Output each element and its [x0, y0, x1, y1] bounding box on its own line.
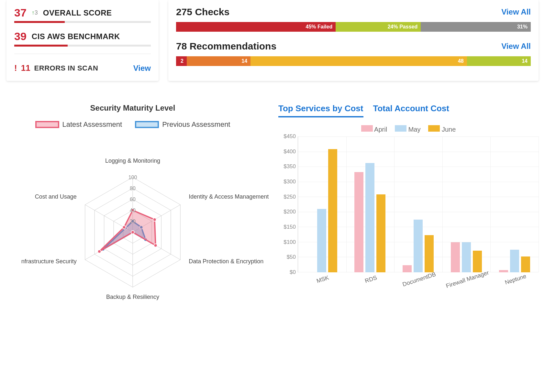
- y-tick: $350: [284, 163, 296, 170]
- bar[interactable]: [462, 242, 471, 272]
- svg-point-23: [98, 250, 101, 253]
- y-tick: $250: [284, 194, 296, 200]
- radar-panel: Security Maturity Level Latest Assessmen…: [6, 103, 259, 310]
- bar-legend-item[interactable]: April: [361, 125, 387, 133]
- bar-group: DocumentDB: [394, 136, 442, 272]
- checks-bar: 45% Failed24% Passed31%: [176, 22, 531, 32]
- bar-legend: April May June: [278, 125, 539, 133]
- bar-segment[interactable]: 14: [467, 56, 531, 66]
- x-label: Neptune: [504, 273, 527, 286]
- bar[interactable]: [365, 163, 374, 272]
- errors-view-link[interactable]: View: [133, 64, 151, 73]
- radar-axis-label: nfrastructure Security: [21, 258, 77, 265]
- cost-panel: Top Services by Cost Total Account Cost …: [278, 103, 539, 310]
- bar-group: MSK: [298, 136, 346, 272]
- bar[interactable]: [473, 251, 482, 272]
- svg-point-22: [131, 231, 134, 234]
- cis-score-label: CIS AWS BENCHMARK: [32, 32, 120, 41]
- bar-chart: $0$50$100$150$200$250$300$350$400$450 MS…: [278, 136, 539, 292]
- bar[interactable]: [521, 256, 530, 272]
- bar-group: Firewall Manager: [442, 136, 490, 272]
- bar[interactable]: [376, 194, 385, 272]
- bar-segment[interactable]: 45% Failed: [176, 22, 336, 32]
- bar[interactable]: [414, 220, 423, 272]
- radar-title: Security Maturity Level: [6, 103, 259, 113]
- radar-scale-label: 20: [130, 219, 136, 224]
- y-tick: $200: [284, 209, 296, 215]
- radar-scale-label: 60: [130, 197, 136, 202]
- checks-title: 275 Checks: [176, 6, 229, 17]
- x-label: RDS: [364, 274, 378, 285]
- svg-point-21: [154, 244, 157, 247]
- overall-progress: [14, 21, 151, 23]
- tab-total-cost[interactable]: Total Account Cost: [373, 103, 449, 117]
- arrow-up-icon: ↑: [32, 9, 35, 16]
- bar[interactable]: [499, 270, 508, 272]
- bar-segment[interactable]: 2: [176, 56, 187, 66]
- svg-point-20: [153, 218, 156, 221]
- tab-top-services[interactable]: Top Services by Cost: [278, 103, 363, 117]
- scores-card: 37 ↑3 OVERALL SCORE 39 CIS AWS BENCHMARK…: [6, 0, 159, 81]
- radar-axis-label: Logging & Monitoring: [105, 158, 160, 164]
- cost-tabs: Top Services by Cost Total Account Cost: [278, 103, 539, 117]
- bar[interactable]: [510, 250, 519, 272]
- bar-segment[interactable]: 14: [187, 56, 250, 66]
- recs-title: 78 Recommendations: [176, 41, 276, 52]
- bar[interactable]: [317, 209, 326, 272]
- bar-group: RDS: [346, 136, 394, 272]
- cis-score-row: 39 CIS AWS BENCHMARK: [14, 30, 151, 43]
- cis-score-value: 39: [14, 30, 27, 43]
- x-label: DocumentDB: [402, 271, 437, 288]
- radar-axis-label: Data Protection & Encryption: [189, 258, 263, 265]
- radar-scale-label: 40: [130, 208, 136, 213]
- radar-axis-label: Backup & Resiliency: [106, 294, 159, 300]
- radar-axis-label: Cost and Usage: [35, 193, 77, 200]
- radar-scale-label: 100: [128, 175, 137, 180]
- radar-axis-label: Identity & Access Management: [189, 193, 269, 200]
- overall-score-value: 37: [14, 6, 27, 19]
- bar-legend-item[interactable]: June: [428, 125, 456, 133]
- errors-row: ! 11 ERRORS IN SCAN View: [14, 63, 151, 73]
- radar-legend: Latest Assessment Previous Assessment: [6, 120, 259, 129]
- divider: [14, 54, 151, 54]
- svg-point-24: [122, 226, 126, 229]
- alert-icon: !: [14, 63, 17, 73]
- bar-segment[interactable]: 48: [250, 56, 467, 66]
- errors-label: ERRORS IN SCAN: [34, 64, 98, 72]
- legend-latest[interactable]: Latest Assessment: [35, 120, 122, 129]
- bar-group: Neptune: [490, 136, 539, 272]
- y-tick: $300: [284, 179, 296, 185]
- x-label: Firewall Manager: [445, 269, 490, 290]
- checks-view-all-link[interactable]: View All: [501, 7, 531, 16]
- cis-progress: [14, 45, 151, 47]
- bar[interactable]: [328, 149, 337, 272]
- radar-scale-label: 80: [130, 186, 136, 191]
- legend-swatch-latest: [35, 121, 59, 128]
- y-tick: $150: [284, 224, 296, 230]
- x-label: MSK: [316, 274, 330, 285]
- bar[interactable]: [403, 265, 412, 272]
- overall-score-row: 37 ↑3 OVERALL SCORE: [14, 6, 151, 19]
- bar[interactable]: [354, 172, 363, 272]
- bar-legend-item[interactable]: May: [395, 125, 420, 133]
- y-tick: $50: [287, 254, 296, 260]
- checks-card: 275 Checks View All 45% Failed24% Passed…: [168, 0, 539, 81]
- bar[interactable]: [425, 235, 434, 272]
- y-tick: $0: [290, 269, 296, 276]
- y-tick: $400: [284, 148, 296, 155]
- y-tick: $450: [284, 133, 296, 140]
- errors-count: 11: [21, 63, 30, 73]
- y-tick: $100: [284, 239, 296, 245]
- bar-segment[interactable]: 31%: [421, 22, 531, 32]
- bar[interactable]: [451, 242, 460, 272]
- legend-swatch-previous: [135, 121, 159, 128]
- bar-segment[interactable]: 24% Passed: [336, 22, 421, 32]
- overall-score-delta: ↑3: [32, 9, 38, 16]
- legend-previous[interactable]: Previous Assessment: [135, 120, 230, 129]
- recs-bar: 2144814: [176, 56, 531, 66]
- svg-marker-18: [99, 210, 156, 252]
- overall-score-label: OVERALL SCORE: [43, 8, 112, 17]
- recs-view-all-link[interactable]: View All: [501, 42, 531, 51]
